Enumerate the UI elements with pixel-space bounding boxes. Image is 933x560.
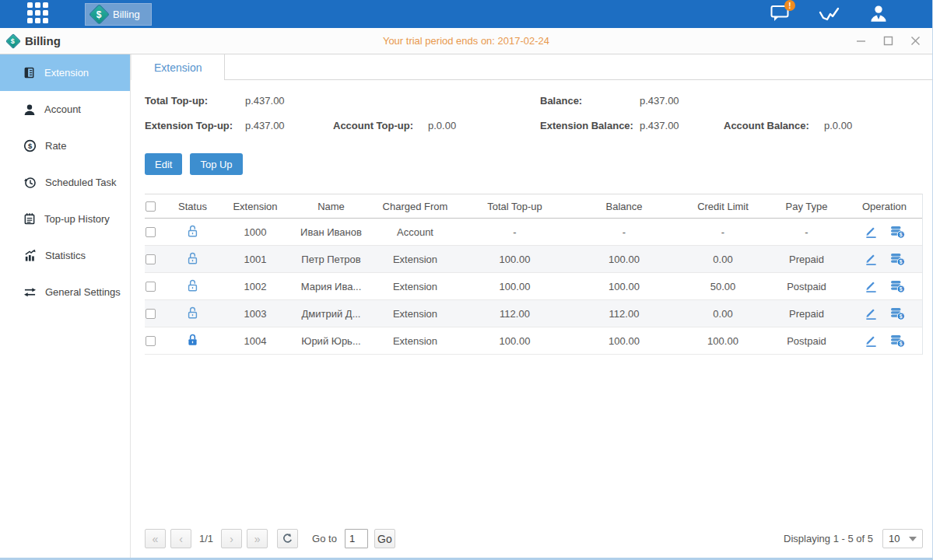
- svg-text:$: $: [899, 259, 902, 265]
- balance-cell: 100.00: [570, 281, 679, 292]
- sidebar-item-label: Account: [44, 103, 81, 115]
- select-all-checkbox[interactable]: [146, 201, 156, 212]
- total-topup-cell: -: [460, 226, 570, 238]
- prev-page-button[interactable]: ‹: [170, 529, 191, 548]
- sidebar-item-topup-history[interactable]: Top-up History: [0, 201, 130, 237]
- extension-cell: 1001: [219, 254, 292, 265]
- name-cell: Петр Петров: [292, 254, 370, 265]
- user-account-button[interactable]: [866, 3, 891, 25]
- col-pay-type: Pay Type: [767, 201, 846, 212]
- displaying-text: Displaying 1 - 5 of 5: [784, 533, 873, 544]
- row-checkbox[interactable]: [146, 309, 156, 319]
- page-size-select[interactable]: 10: [882, 529, 923, 548]
- account-icon: [23, 103, 36, 116]
- pay-type-cell: -: [767, 226, 846, 238]
- svg-text:$: $: [28, 142, 33, 150]
- edit-button[interactable]: Edit: [145, 153, 182, 175]
- topup-coins-icon: $: [890, 225, 905, 239]
- first-page-button[interactable]: «: [145, 529, 166, 548]
- sidebar-item-rate[interactable]: $ Rate: [0, 128, 130, 164]
- topup-row-button[interactable]: $: [890, 225, 905, 239]
- pay-type-cell: Prepaid: [767, 254, 846, 265]
- svg-text:$: $: [899, 313, 902, 320]
- name-cell: Мария Ива...: [292, 281, 370, 292]
- credit-limit-cell: 100.00: [679, 335, 767, 347]
- statistics-shortcut-button[interactable]: [817, 3, 842, 25]
- extension-topup-label: Extension Top-up:: [145, 120, 245, 131]
- row-checkbox[interactable]: [146, 336, 156, 346]
- extension-cell: 1000: [219, 226, 292, 238]
- edit-row-button[interactable]: [865, 225, 878, 239]
- notification-badge: !: [784, 0, 795, 11]
- charged-from-cell: Account: [370, 226, 460, 238]
- pay-type-cell: Postpaid: [767, 281, 846, 292]
- tab-extension[interactable]: Extension: [131, 54, 225, 80]
- charged-from-cell: Extension: [370, 308, 460, 320]
- topup-row-button[interactable]: $: [890, 252, 905, 266]
- goto-label: Go to: [312, 533, 337, 544]
- col-name: Name: [292, 201, 370, 212]
- edit-row-button[interactable]: [865, 252, 878, 266]
- col-extension: Extension: [219, 201, 292, 212]
- extension-icon: [23, 66, 36, 79]
- account-balance-value: p.0.00: [824, 120, 852, 131]
- account-balance-label: Account Balance:: [724, 120, 824, 131]
- messages-button[interactable]: !: [768, 3, 793, 25]
- billing-app-tab[interactable]: $ Billing: [85, 3, 152, 26]
- table-body: 1000 Иван Иванов Account - - - - $: [145, 219, 922, 355]
- status-cell: [167, 333, 219, 349]
- go-button[interactable]: Go: [374, 529, 395, 548]
- topup-row-button[interactable]: $: [890, 306, 905, 320]
- col-balance: Balance: [570, 201, 679, 212]
- edit-row-button[interactable]: [865, 306, 878, 320]
- close-icon: [910, 36, 921, 46]
- chevron-down-icon: [909, 537, 917, 541]
- top-up-button[interactable]: Top Up: [190, 153, 242, 175]
- edit-pencil-icon: [865, 280, 878, 293]
- maximize-button[interactable]: [882, 36, 894, 46]
- credit-limit-cell: -: [679, 226, 767, 238]
- row-checkbox[interactable]: [146, 227, 156, 237]
- topup-coins-icon: $: [890, 334, 905, 348]
- app-grid-icon[interactable]: [27, 2, 51, 26]
- edit-row-button[interactable]: [865, 279, 878, 293]
- billing-diamond-icon: $: [89, 4, 110, 25]
- billing-diamond-icon-small: $: [5, 33, 21, 49]
- billing-app-tab-label: Billing: [113, 9, 140, 20]
- summary-panel: Total Top-up: p.437.00 Balance: p.437.00…: [145, 93, 922, 133]
- row-checkbox[interactable]: [146, 282, 156, 292]
- close-button[interactable]: [910, 36, 921, 46]
- svg-text:$: $: [899, 286, 902, 292]
- tab-extension-label: Extension: [154, 61, 202, 74]
- balance-value: p.437.00: [640, 95, 679, 107]
- table-header: Status Extension Name Charged From Total…: [145, 194, 922, 219]
- topup-coins-icon: $: [890, 279, 905, 293]
- last-page-button[interactable]: »: [247, 529, 268, 548]
- sidebar-item-general-settings[interactable]: General Settings: [0, 274, 130, 310]
- unlocked-icon: [186, 251, 199, 268]
- topup-coins-icon: $: [890, 306, 905, 320]
- sidebar-item-account[interactable]: Account: [0, 91, 130, 128]
- edit-row-button[interactable]: [865, 334, 878, 348]
- svg-text:$: $: [899, 232, 902, 238]
- pay-type-cell: Postpaid: [767, 335, 846, 347]
- row-checkbox[interactable]: [146, 254, 156, 264]
- status-cell: [167, 224, 219, 240]
- total-topup-label: Total Top-up:: [145, 95, 245, 107]
- topup-row-button[interactable]: $: [890, 279, 905, 293]
- col-operation: Operation: [846, 201, 923, 212]
- sidebar-item-scheduled-task[interactable]: Scheduled Task: [0, 164, 130, 201]
- main-content: Extension Total Top-up: p.437.00 Balance…: [131, 54, 932, 558]
- next-page-button[interactable]: ›: [221, 529, 242, 548]
- minimize-button[interactable]: [855, 36, 867, 46]
- status-cell: [167, 251, 219, 268]
- goto-page-input[interactable]: [345, 529, 368, 548]
- page-indicator: 1/1: [199, 533, 213, 544]
- sidebar-item-statistics[interactable]: Statistics: [0, 237, 130, 274]
- refresh-button[interactable]: [277, 529, 298, 548]
- total-topup-cell: 112.00: [460, 308, 570, 320]
- statistics-icon: [23, 249, 37, 262]
- topup-row-button[interactable]: $: [890, 334, 905, 348]
- sidebar-item-extension[interactable]: Extension: [0, 54, 130, 91]
- extension-topup-value: p.437.00: [245, 120, 333, 131]
